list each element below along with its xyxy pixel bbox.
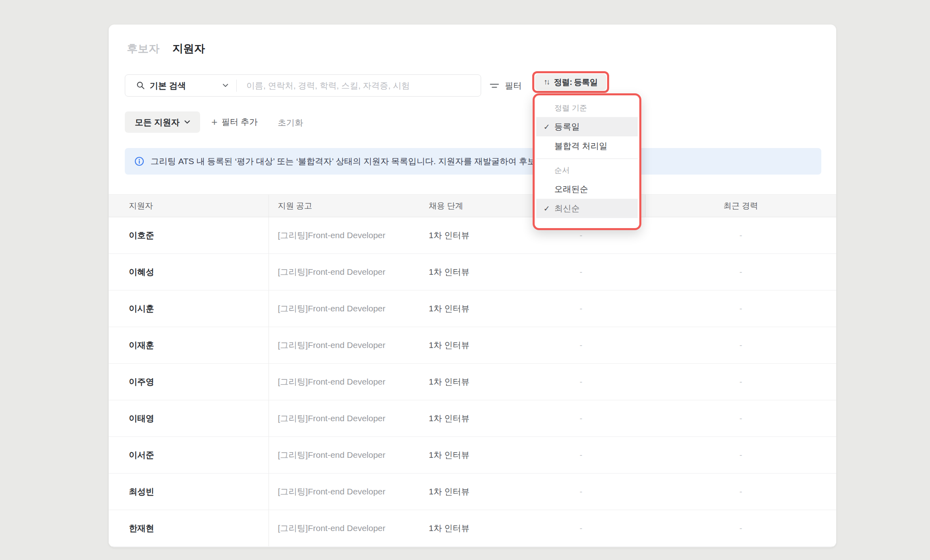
menu-item-registered-date[interactable]: ✓ 등록일 (536, 117, 638, 136)
menu-item-label: 오래된순 (554, 183, 588, 195)
sort-button-label: 정렬: 등록일 (554, 77, 598, 88)
menu-item-label: 등록일 (554, 121, 580, 132)
menu-item-oldest-first[interactable]: 오래된순 (536, 179, 638, 199)
applicant-stage: 1차 인터뷰 (419, 340, 517, 351)
applicant-name: 최성빈 (109, 474, 269, 510)
applicant-stage: 1차 인터뷰 (419, 376, 517, 387)
search-bar: 기본 검색 (125, 74, 481, 97)
applicant-name: 이태영 (109, 400, 269, 436)
applicant-name: 이주영 (109, 364, 269, 400)
sort-button[interactable]: ↑↓ 정렬: 등록일 (535, 74, 606, 90)
applicant-posting: [그리팅]Front-end Developer (269, 230, 419, 241)
main-panel: 후보자 지원자 기본 검색 필터 ↑↓ 정렬: 등록일 모든 지원자 (109, 25, 836, 547)
sort-menu: 정렬 기준 ✓ 등록일 불합격 처리일 순서 오래된순 ✓ 최신순 (536, 97, 638, 226)
applicant-posting: [그리팅]Front-end Developer (269, 449, 419, 461)
table-row[interactable]: 이혜성 [그리팅]Front-end Developer 1차 인터뷰 - - (109, 254, 836, 290)
applicant-col4-value: - (517, 231, 645, 240)
applicant-stage: 1차 인터뷰 (419, 266, 517, 278)
table-row[interactable]: 이시훈 [그리팅]Front-end Developer 1차 인터뷰 - - (109, 290, 836, 327)
applicant-stage: 1차 인터뷰 (419, 486, 517, 497)
plus-icon: + (211, 117, 217, 127)
applicant-recent-career: - (645, 451, 836, 460)
applicant-name: 한재현 (109, 510, 269, 546)
column-header-posting: 지원 공고 (269, 200, 419, 211)
info-circle-icon (134, 156, 144, 166)
segment-label: 모든 지원자 (135, 117, 180, 128)
chevron-down-icon (223, 84, 228, 87)
add-filter-button[interactable]: + 필터 추가 (211, 116, 258, 128)
applicant-posting: [그리팅]Front-end Developer (269, 376, 419, 387)
applicant-stage: 1차 인터뷰 (419, 230, 517, 241)
applicant-col4-value: - (517, 268, 645, 277)
applicant-recent-career: - (645, 524, 836, 533)
applicant-name: 이재훈 (109, 327, 269, 363)
applicant-col4-value: - (517, 377, 645, 387)
applicant-col4-value: - (517, 304, 645, 313)
table-row[interactable]: 한재현 [그리팅]Front-end Developer 1차 인터뷰 - - (109, 510, 836, 547)
applicant-table: 지원자 지원 공고 채용 단계 최근 경력 이호준 [그리팅]Front-end… (109, 194, 836, 547)
search-type-dropdown[interactable]: 기본 검색 (125, 75, 236, 96)
applicant-stage: 1차 인터뷰 (419, 303, 517, 314)
sort-menu-section-order: 순서 (536, 162, 638, 179)
applicant-posting: [그리팅]Front-end Developer (269, 340, 419, 351)
applicant-col4-value: - (517, 451, 645, 460)
search-type-label: 기본 검색 (150, 80, 223, 91)
column-header-stage: 채용 단계 (419, 200, 517, 211)
applicant-stage: 1차 인터뷰 (419, 449, 517, 461)
table-header-row: 지원자 지원 공고 채용 단계 최근 경력 (109, 194, 836, 217)
applicant-stage: 1차 인터뷰 (419, 523, 517, 534)
search-icon (136, 81, 145, 90)
tab-applicants[interactable]: 지원자 (172, 41, 205, 56)
applicant-recent-career: - (645, 231, 836, 240)
check-icon: ✓ (544, 204, 550, 213)
chevron-down-icon (184, 120, 190, 124)
sort-menu-section-criteria: 정렬 기준 (536, 99, 638, 117)
applicant-name: 이서준 (109, 437, 269, 473)
applicant-name: 이시훈 (109, 290, 269, 327)
sort-button-annotation-ring: ↑↓ 정렬: 등록일 (532, 71, 609, 93)
table-row[interactable]: 이태영 [그리팅]Front-end Developer 1차 인터뷰 - - (109, 400, 836, 437)
table-row[interactable]: 이호준 [그리팅]Front-end Developer 1차 인터뷰 - - (109, 217, 836, 254)
applicant-posting: [그리팅]Front-end Developer (269, 413, 419, 424)
table-row[interactable]: 이재훈 [그리팅]Front-end Developer 1차 인터뷰 - - (109, 327, 836, 364)
column-header-applicant: 지원자 (109, 195, 269, 217)
applicant-segment-dropdown[interactable]: 모든 지원자 (125, 111, 200, 133)
filter-button[interactable]: 필터 (490, 79, 522, 92)
applicant-recent-career: - (645, 377, 836, 387)
sort-menu-annotation-ring: 정렬 기준 ✓ 등록일 불합격 처리일 순서 오래된순 ✓ 최신순 (533, 93, 641, 230)
table-row[interactable]: 이서준 [그리팅]Front-end Developer 1차 인터뷰 - - (109, 437, 836, 474)
column-header-recent-career: 최근 경력 (645, 200, 836, 211)
divider (536, 159, 638, 159)
menu-item-newest-first[interactable]: ✓ 최신순 (536, 199, 638, 218)
applicant-posting: [그리팅]Front-end Developer (269, 486, 419, 497)
applicant-col4-value: - (517, 341, 645, 350)
page-title-tabs: 후보자 지원자 (127, 41, 205, 56)
sort-arrows-icon: ↑↓ (544, 78, 549, 86)
applicant-stage: 1차 인터뷰 (419, 413, 517, 424)
applicant-posting: [그리팅]Front-end Developer (269, 523, 419, 534)
applicant-recent-career: - (645, 304, 836, 313)
applicant-col4-value: - (517, 487, 645, 496)
search-input[interactable] (237, 75, 481, 96)
table-row[interactable]: 최성빈 [그리팅]Front-end Developer 1차 인터뷰 - - (109, 474, 836, 510)
table-row[interactable]: 이주영 [그리팅]Front-end Developer 1차 인터뷰 - - (109, 364, 836, 400)
applicant-col4-value: - (517, 414, 645, 423)
tab-candidates[interactable]: 후보자 (127, 41, 159, 56)
menu-item-rejected-date[interactable]: 불합격 처리일 (536, 136, 638, 156)
menu-item-label: 불합격 처리일 (554, 140, 608, 152)
menu-item-label: 최신순 (554, 203, 580, 214)
add-filter-label: 필터 추가 (221, 116, 258, 128)
filter-lines-icon (490, 82, 499, 89)
applicant-name: 이혜성 (109, 254, 269, 290)
applicant-posting: [그리팅]Front-end Developer (269, 303, 419, 314)
applicant-col4-value: - (517, 524, 645, 533)
check-icon: ✓ (544, 122, 550, 132)
reset-filters-button[interactable]: 초기화 (278, 117, 303, 128)
applicant-recent-career: - (645, 341, 836, 350)
applicant-name: 이호준 (109, 217, 269, 253)
applicant-recent-career: - (645, 414, 836, 423)
applicant-list-page: { "header": { "tabs": [ { "label": "후보자"… (0, 0, 930, 560)
info-banner: 그리팅 ATS 내 등록된 ‘평가 대상’ 또는 ‘불합격자’ 상태의 지원자 … (125, 148, 821, 175)
info-banner-text: 그리팅 ATS 내 등록된 ‘평가 대상’ 또는 ‘불합격자’ 상태의 지원자 … (151, 156, 564, 167)
applicant-posting: [그리팅]Front-end Developer (269, 266, 419, 278)
